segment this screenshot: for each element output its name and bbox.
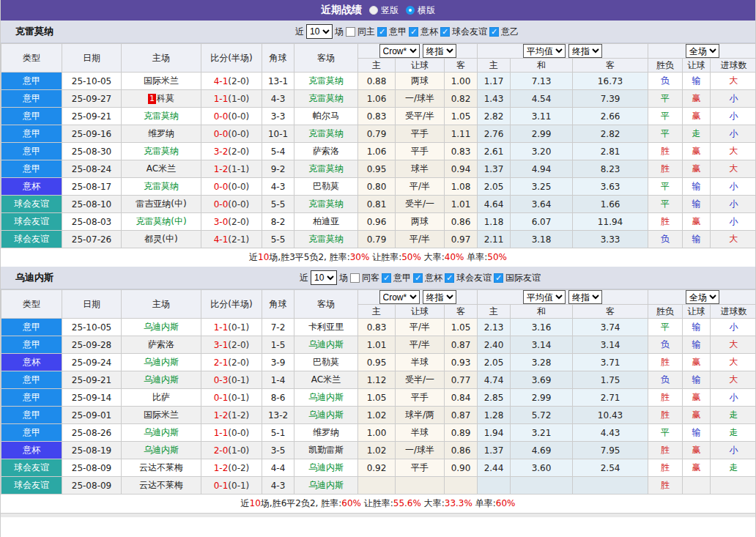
- result-value: 走: [730, 462, 738, 473]
- cell-result-outcome: 胜: [648, 459, 683, 477]
- odds-company-select[interactable]: Crow*: [379, 44, 420, 58]
- cell-avg-away: 4.43: [573, 424, 648, 442]
- cell-odds-handicap: 平/半: [396, 336, 445, 354]
- checkbox-competition-1[interactable]: ✓: [413, 273, 423, 283]
- checkbox-competition-label-2: 球会友谊: [452, 26, 487, 38]
- cell-odds-home: 0.88: [358, 73, 396, 90]
- result-value: 输: [692, 427, 701, 437]
- cell-odds-home: 0.80: [358, 178, 396, 196]
- odds-time-select-2[interactable]: 终指: [568, 44, 602, 58]
- cell-home-team: 萨索洛: [122, 336, 201, 354]
- fulltime-score: 4-1: [214, 234, 229, 245]
- checkbox-competition-2[interactable]: ✓: [440, 27, 450, 37]
- checkbox-competition-3[interactable]: ✓: [489, 27, 499, 37]
- cell-date: 25-08-03: [62, 213, 122, 231]
- cell-home-team: 维罗纳: [122, 125, 201, 143]
- cell-odds-home: 1.12: [358, 371, 396, 389]
- sub-header-5: 客: [573, 305, 648, 319]
- cell-result-outcome: 胜: [648, 213, 683, 231]
- home-team-name: 乌迪内斯: [144, 445, 179, 455]
- cell-away-team: 柏迪亚: [294, 213, 358, 231]
- cell-date: 25-08-17: [62, 178, 122, 196]
- cell-score: 1-2(0-2): [201, 459, 262, 477]
- cell-avg-draw: [511, 477, 573, 495]
- cell-away-team: 帕尔马: [294, 108, 358, 125]
- cell-avg-home: 2.05: [478, 354, 511, 371]
- col-header-1: 日期: [62, 44, 122, 73]
- col-header-5: 客场: [294, 290, 358, 319]
- odds-time-select-1[interactable]: 终指: [423, 44, 456, 58]
- checkbox-competition-3[interactable]: ✓: [494, 273, 503, 283]
- home-team-name: 雷吉亚纳(中): [136, 199, 186, 209]
- home-team-name: 比萨: [152, 392, 170, 402]
- col-header-4: 角球: [262, 44, 294, 73]
- cell-odds-handicap: [396, 477, 445, 495]
- radio-vertical-label: 竖版: [381, 4, 399, 17]
- cell-avg-home: 4.64: [478, 196, 511, 213]
- cell-score: 0-0(0-0): [201, 125, 262, 143]
- team-name: 克雷莫纳: [1, 25, 53, 38]
- cell-match-type: 意甲: [1, 319, 62, 336]
- result-value: 赢: [692, 445, 701, 455]
- cell-avg-away: 10.43: [573, 407, 648, 424]
- period-select[interactable]: 全场: [686, 44, 719, 58]
- cell-odds-handicap: 平手: [396, 459, 445, 477]
- cell-result-goals: 小: [711, 108, 756, 125]
- checkbox-competition-2[interactable]: ✓: [445, 273, 454, 283]
- cell-corners: 3-5: [262, 442, 294, 459]
- recent-count-select[interactable]: 10: [311, 270, 337, 285]
- checkbox-same-venue[interactable]: [346, 27, 355, 37]
- cell-match-type: 意甲: [1, 160, 62, 178]
- result-value: 输: [692, 199, 701, 209]
- sub-header-8: 进球数: [711, 59, 756, 73]
- cell-date: 25-08-30: [62, 143, 122, 160]
- result-value: 胜: [661, 163, 670, 174]
- odds-average-select[interactable]: 平均值: [523, 290, 566, 304]
- fulltime-score: 0-1: [214, 481, 229, 491]
- cell-avg-draw: 4.54: [511, 90, 573, 108]
- home-team-name: 云达不莱梅: [139, 480, 183, 490]
- cell-date: 25-08-09: [62, 477, 122, 495]
- cell-result-goals: 大: [711, 143, 756, 160]
- odds-time-select-1[interactable]: 终指: [423, 290, 456, 304]
- away-team-name: 巴勒莫: [313, 181, 339, 191]
- cell-away-team: 巴勒莫: [294, 354, 358, 371]
- cell-result-goals: 小: [711, 442, 756, 459]
- halftime-score: (0-0): [228, 129, 249, 139]
- odds-average-select[interactable]: 平均值: [523, 44, 566, 58]
- odds-time-select-2[interactable]: 终指: [568, 290, 602, 304]
- halftime-score: (2-1): [228, 234, 249, 245]
- cell-avg-away: 2.81: [573, 143, 648, 160]
- cell-match-type: 球会友谊: [1, 213, 62, 231]
- result-value: 大: [730, 374, 738, 385]
- cell-odds-home: 0.79: [358, 125, 396, 143]
- cell-result-goals: 走: [711, 424, 756, 442]
- cell-result-outcome: 平: [648, 108, 683, 125]
- cell-avg-home: 1.17: [478, 73, 511, 90]
- cell-match-type: 球会友谊: [1, 477, 62, 495]
- cell-away-team: 乌迪内斯: [294, 459, 358, 477]
- filter-suffix-label: 场: [335, 26, 344, 38]
- radio-horizontal-icon[interactable]: [406, 6, 415, 15]
- result-value: 大: [730, 146, 738, 156]
- halftime-score: (1-0): [228, 94, 249, 104]
- cell-avg-draw: 3.69: [511, 371, 573, 389]
- radio-vertical-layout[interactable]: 竖版: [369, 4, 399, 17]
- summary-segment: 单率:: [472, 498, 496, 508]
- checkbox-competition-0[interactable]: ✓: [377, 27, 387, 37]
- odds-company-select[interactable]: Crow*: [379, 290, 420, 304]
- checkbox-competition-0[interactable]: ✓: [382, 273, 391, 283]
- radio-horizontal-layout[interactable]: 横版: [406, 4, 435, 17]
- period-select[interactable]: 全场: [686, 290, 719, 304]
- cell-date: 25-08-26: [62, 424, 122, 442]
- recent-count-select[interactable]: 10: [306, 24, 333, 39]
- home-team-name: 乌迪内斯: [144, 427, 179, 437]
- checkbox-same-venue[interactable]: [350, 273, 360, 283]
- away-team-name: 凯勤雷斯: [308, 445, 344, 455]
- radio-vertical-icon[interactable]: [369, 6, 378, 15]
- checkbox-competition-1[interactable]: ✓: [409, 27, 418, 37]
- table-row: 意甲25-10-05国际米兰4-1(2-0)13-1克雷莫纳0.88两球1.00…: [1, 73, 756, 90]
- cell-odds-handicap: 平/半: [396, 178, 445, 196]
- cell-avg-home: 1.94: [478, 424, 511, 442]
- fulltime-score: 0-0: [214, 199, 229, 210]
